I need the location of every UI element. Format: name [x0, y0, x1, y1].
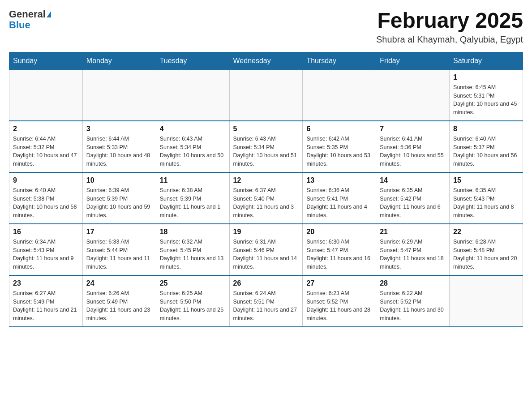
calendar-cell: 14Sunrise: 6:35 AMSunset: 5:42 PMDayligh…: [376, 172, 450, 224]
calendar-cell: 1Sunrise: 6:45 AMSunset: 5:31 PMDaylight…: [450, 69, 523, 121]
day-number: 16: [13, 228, 79, 236]
day-number: 18: [160, 228, 226, 236]
day-info: Sunrise: 6:34 AMSunset: 5:43 PMDaylight:…: [13, 238, 79, 271]
calendar-cell: 4Sunrise: 6:43 AMSunset: 5:34 PMDaylight…: [156, 121, 229, 172]
calendar-cell: 10Sunrise: 6:39 AMSunset: 5:39 PMDayligh…: [82, 172, 156, 224]
day-info: Sunrise: 6:30 AMSunset: 5:47 PMDaylight:…: [306, 238, 372, 271]
calendar-cell: 21Sunrise: 6:29 AMSunset: 5:47 PMDayligh…: [376, 224, 450, 275]
day-number: 7: [380, 125, 446, 133]
weekday-header-wednesday: Wednesday: [229, 52, 303, 69]
day-number: 9: [13, 176, 79, 184]
day-number: 8: [453, 125, 519, 133]
calendar-cell: 6Sunrise: 6:42 AMSunset: 5:35 PMDaylight…: [303, 121, 376, 172]
day-number: 17: [86, 228, 152, 236]
calendar-cell: 26Sunrise: 6:24 AMSunset: 5:51 PMDayligh…: [229, 275, 303, 327]
day-number: 4: [160, 125, 226, 133]
calendar-week-row: 16Sunrise: 6:34 AMSunset: 5:43 PMDayligh…: [9, 224, 523, 275]
calendar-header-row: SundayMondayTuesdayWednesdayThursdayFrid…: [9, 52, 523, 69]
calendar-cell: 2Sunrise: 6:44 AMSunset: 5:32 PMDaylight…: [9, 121, 83, 172]
calendar-cell: 7Sunrise: 6:41 AMSunset: 5:36 PMDaylight…: [376, 121, 450, 172]
day-number: 13: [306, 176, 372, 184]
logo-general-text: General: [9, 9, 46, 20]
logo: General Blue: [9, 9, 51, 30]
calendar-cell: 12Sunrise: 6:37 AMSunset: 5:40 PMDayligh…: [229, 172, 303, 224]
logo-blue-text: Blue: [9, 20, 51, 30]
day-info: Sunrise: 6:25 AMSunset: 5:50 PMDaylight:…: [160, 289, 226, 323]
weekday-header-tuesday: Tuesday: [156, 52, 229, 69]
day-info: Sunrise: 6:38 AMSunset: 5:39 PMDaylight:…: [160, 186, 226, 220]
calendar-cell: [303, 69, 376, 121]
day-info: Sunrise: 6:45 AMSunset: 5:31 PMDaylight:…: [453, 83, 519, 117]
day-number: 6: [306, 125, 372, 133]
day-info: Sunrise: 6:35 AMSunset: 5:42 PMDaylight:…: [380, 186, 446, 220]
calendar-cell: 20Sunrise: 6:30 AMSunset: 5:47 PMDayligh…: [303, 224, 376, 275]
page-header: General Blue February 2025 Shubra al Kha…: [9, 9, 523, 45]
calendar-cell: 19Sunrise: 6:31 AMSunset: 5:46 PMDayligh…: [229, 224, 303, 275]
calendar-cell: 17Sunrise: 6:33 AMSunset: 5:44 PMDayligh…: [82, 224, 156, 275]
day-number: 20: [306, 228, 372, 236]
day-number: 14: [380, 176, 446, 184]
calendar-week-row: 1Sunrise: 6:45 AMSunset: 5:31 PMDaylight…: [9, 69, 523, 121]
day-info: Sunrise: 6:29 AMSunset: 5:47 PMDaylight:…: [380, 238, 446, 271]
day-info: Sunrise: 6:41 AMSunset: 5:36 PMDaylight:…: [380, 135, 446, 168]
weekday-header-monday: Monday: [82, 52, 156, 69]
day-number: 22: [453, 228, 519, 236]
day-info: Sunrise: 6:32 AMSunset: 5:45 PMDaylight:…: [160, 238, 226, 271]
calendar-cell: 8Sunrise: 6:40 AMSunset: 5:37 PMDaylight…: [450, 121, 523, 172]
day-number: 1: [453, 73, 519, 81]
calendar-cell: 5Sunrise: 6:43 AMSunset: 5:34 PMDaylight…: [229, 121, 303, 172]
page-title: February 2025: [376, 9, 523, 33]
day-info: Sunrise: 6:36 AMSunset: 5:41 PMDaylight:…: [306, 186, 372, 220]
calendar-cell: [229, 69, 303, 121]
calendar-cell: 24Sunrise: 6:26 AMSunset: 5:49 PMDayligh…: [82, 275, 156, 327]
day-info: Sunrise: 6:37 AMSunset: 5:40 PMDaylight:…: [233, 186, 299, 220]
day-number: 19: [233, 228, 299, 236]
page-subtitle: Shubra al Khaymah, Qalyubia, Egypt: [376, 34, 523, 45]
day-info: Sunrise: 6:24 AMSunset: 5:51 PMDaylight:…: [233, 289, 299, 323]
day-number: 24: [86, 279, 152, 287]
weekday-header-thursday: Thursday: [303, 52, 376, 69]
day-info: Sunrise: 6:31 AMSunset: 5:46 PMDaylight:…: [233, 238, 299, 271]
day-number: 21: [380, 228, 446, 236]
weekday-header-friday: Friday: [376, 52, 450, 69]
calendar-cell: 25Sunrise: 6:25 AMSunset: 5:50 PMDayligh…: [156, 275, 229, 327]
day-info: Sunrise: 6:33 AMSunset: 5:44 PMDaylight:…: [86, 238, 152, 271]
calendar-cell: 23Sunrise: 6:27 AMSunset: 5:49 PMDayligh…: [9, 275, 83, 327]
day-info: Sunrise: 6:26 AMSunset: 5:49 PMDaylight:…: [86, 289, 152, 323]
title-block: February 2025 Shubra al Khaymah, Qalyubi…: [376, 9, 523, 45]
day-info: Sunrise: 6:44 AMSunset: 5:33 PMDaylight:…: [86, 135, 152, 168]
calendar-cell: 3Sunrise: 6:44 AMSunset: 5:33 PMDaylight…: [82, 121, 156, 172]
calendar-cell: 16Sunrise: 6:34 AMSunset: 5:43 PMDayligh…: [9, 224, 83, 275]
calendar-cell: 11Sunrise: 6:38 AMSunset: 5:39 PMDayligh…: [156, 172, 229, 224]
logo-triangle-icon: [47, 11, 51, 17]
calendar-cell: 28Sunrise: 6:22 AMSunset: 5:52 PMDayligh…: [376, 275, 450, 327]
calendar-table: SundayMondayTuesdayWednesdayThursdayFrid…: [9, 52, 523, 327]
day-number: 10: [86, 176, 152, 184]
day-info: Sunrise: 6:39 AMSunset: 5:39 PMDaylight:…: [86, 186, 152, 220]
day-info: Sunrise: 6:43 AMSunset: 5:34 PMDaylight:…: [233, 135, 299, 168]
day-info: Sunrise: 6:40 AMSunset: 5:38 PMDaylight:…: [13, 186, 79, 220]
day-number: 25: [160, 279, 226, 287]
calendar-cell: [9, 69, 83, 121]
calendar-cell: 15Sunrise: 6:35 AMSunset: 5:43 PMDayligh…: [450, 172, 523, 224]
day-info: Sunrise: 6:40 AMSunset: 5:37 PMDaylight:…: [453, 135, 519, 168]
calendar-cell: 18Sunrise: 6:32 AMSunset: 5:45 PMDayligh…: [156, 224, 229, 275]
weekday-header-saturday: Saturday: [450, 52, 523, 69]
day-number: 28: [380, 279, 446, 287]
day-info: Sunrise: 6:43 AMSunset: 5:34 PMDaylight:…: [160, 135, 226, 168]
calendar-cell: [156, 69, 229, 121]
calendar-cell: 22Sunrise: 6:28 AMSunset: 5:48 PMDayligh…: [450, 224, 523, 275]
day-number: 3: [86, 125, 152, 133]
calendar-week-row: 9Sunrise: 6:40 AMSunset: 5:38 PMDaylight…: [9, 172, 523, 224]
day-number: 27: [306, 279, 372, 287]
day-info: Sunrise: 6:35 AMSunset: 5:43 PMDaylight:…: [453, 186, 519, 220]
day-info: Sunrise: 6:28 AMSunset: 5:48 PMDaylight:…: [453, 238, 519, 271]
weekday-header-sunday: Sunday: [9, 52, 83, 69]
calendar-cell: [376, 69, 450, 121]
day-number: 26: [233, 279, 299, 287]
calendar-cell: 9Sunrise: 6:40 AMSunset: 5:38 PMDaylight…: [9, 172, 83, 224]
calendar-cell: [450, 275, 523, 327]
day-info: Sunrise: 6:27 AMSunset: 5:49 PMDaylight:…: [13, 289, 79, 323]
day-number: 11: [160, 176, 226, 184]
day-info: Sunrise: 6:23 AMSunset: 5:52 PMDaylight:…: [306, 289, 372, 323]
